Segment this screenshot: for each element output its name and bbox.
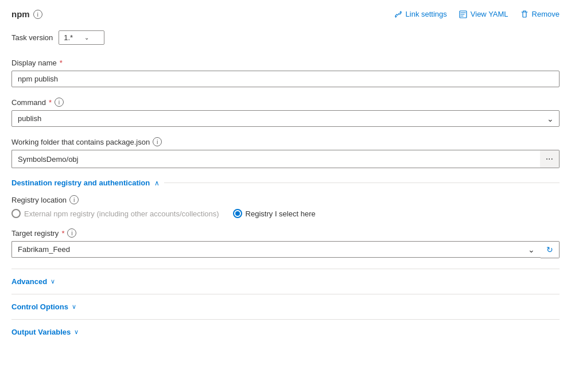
target-registry-refresh-button[interactable]: ↻ (541, 241, 560, 258)
target-registry-select[interactable]: Fabrikam_Feed OtherFeed (11, 241, 541, 258)
working-folder-group: Working folder that contains package.jso… (11, 137, 560, 168)
command-info-icon[interactable]: i (55, 98, 64, 107)
target-registry-group: Target registry * i Fabrikam_Feed OtherF… (11, 228, 560, 258)
advanced-section: Advanced ∨ (11, 269, 560, 294)
destination-section: Destination registry and authentication … (11, 178, 560, 258)
target-registry-label: Target registry (11, 229, 59, 238)
remove-button[interactable]: Remove (520, 10, 560, 19)
radio-select-here-label: Registry I select here (246, 209, 316, 218)
header-actions: Link settings View YAML Remove (394, 10, 560, 19)
view-yaml-button[interactable]: View YAML (459, 10, 508, 19)
working-folder-input[interactable] (11, 150, 540, 168)
registry-location-radio-group: External npm registry (including other a… (11, 209, 560, 218)
working-folder-info-icon[interactable]: i (153, 137, 162, 146)
radio-external[interactable]: External npm registry (including other a… (11, 209, 219, 218)
registry-location-info-icon[interactable]: i (69, 195, 79, 204)
command-group: Command * i publish install custom (11, 98, 560, 127)
command-required: * (49, 98, 52, 107)
command-select[interactable]: publish install custom (11, 110, 560, 127)
control-options-title: Control Options (11, 302, 68, 311)
task-version-row: Task version 1.* ⌄ (11, 30, 560, 45)
refresh-icon: ↻ (546, 245, 553, 254)
yaml-icon (459, 10, 468, 19)
radio-external-circle (11, 209, 21, 218)
header-row: npm i Link settings View YAM (11, 9, 560, 19)
output-variables-title: Output Variables (11, 328, 71, 336)
working-folder-label: Working folder that contains package.jso… (11, 138, 150, 146)
target-registry-required: * (61, 229, 64, 238)
control-options-section: Control Options ∨ (11, 294, 560, 319)
destination-section-title: Destination registry and authentication (11, 178, 150, 187)
advanced-chevron: ∨ (51, 278, 55, 285)
task-version-label: Task version (11, 33, 53, 42)
target-registry-select-wrapper: Fabrikam_Feed OtherFeed (11, 241, 541, 258)
remove-label: Remove (532, 10, 560, 18)
trash-icon (520, 10, 529, 19)
command-label-row: Command * i (11, 98, 560, 107)
radio-external-label: External npm registry (including other a… (24, 209, 219, 218)
display-name-label: Display name (11, 59, 57, 67)
task-version-chevron: ⌄ (84, 34, 89, 41)
command-select-wrapper: publish install custom (11, 110, 560, 127)
link-icon (394, 10, 403, 19)
display-name-label-row: Display name * (11, 59, 560, 67)
registry-location-group: Registry location i External npm registr… (11, 195, 560, 218)
registry-location-label: Registry location (11, 196, 67, 204)
app-title: npm (11, 9, 30, 19)
destination-section-header: Destination registry and authentication … (11, 178, 560, 187)
advanced-section-header[interactable]: Advanced ∨ (11, 269, 560, 294)
display-name-input[interactable] (11, 71, 560, 87)
registry-location-label-row: Registry location i (11, 195, 560, 204)
radio-select-here-circle (233, 209, 242, 218)
target-registry-info-icon[interactable]: i (67, 228, 76, 238)
link-settings-button[interactable]: Link settings (394, 10, 447, 19)
display-name-required: * (60, 59, 63, 67)
display-name-group: Display name * (11, 59, 560, 87)
command-label: Command (11, 98, 46, 107)
target-registry-label-row: Target registry * i (11, 228, 560, 238)
control-options-header[interactable]: Control Options ∨ (11, 294, 560, 319)
destination-section-line (164, 183, 560, 183)
working-folder-label-row: Working folder that contains package.jso… (11, 137, 560, 146)
target-registry-input-group: Fabrikam_Feed OtherFeed ↻ (11, 241, 560, 258)
control-options-chevron: ∨ (72, 303, 76, 311)
link-settings-label: Link settings (406, 10, 447, 18)
output-variables-section: Output Variables ∨ (11, 319, 560, 344)
output-variables-header[interactable]: Output Variables ∨ (11, 319, 560, 344)
header-info-icon[interactable]: i (33, 10, 42, 19)
working-folder-input-group: ··· (11, 150, 560, 168)
destination-section-chevron: ∧ (154, 179, 160, 187)
advanced-section-title: Advanced (11, 277, 47, 286)
task-version-value: 1.* (64, 33, 73, 42)
view-yaml-label: View YAML (471, 10, 508, 18)
header-left: npm i (11, 9, 42, 19)
output-variables-chevron: ∨ (74, 328, 79, 336)
radio-select-here[interactable]: Registry I select here (233, 209, 316, 218)
task-version-select[interactable]: 1.* ⌄ (59, 30, 104, 45)
working-folder-browse-button[interactable]: ··· (540, 150, 560, 168)
